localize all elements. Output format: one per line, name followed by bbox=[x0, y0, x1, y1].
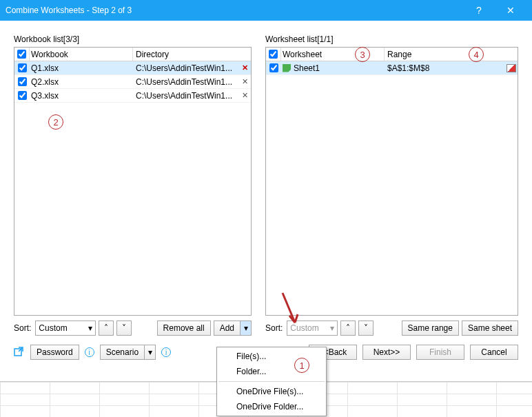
worksheet-move-down-button[interactable]: ˅ bbox=[358, 321, 374, 336]
sort-label: Sort: bbox=[14, 323, 32, 333]
remove-row-icon[interactable]: ✕ bbox=[242, 63, 248, 72]
range-picker-icon[interactable] bbox=[507, 64, 516, 72]
worksheet-row-name: Sheet1 bbox=[294, 63, 320, 73]
window-title: Combine Worksheets - Step 2 of 3 bbox=[6, 6, 463, 15]
menu-item-files[interactable]: File(s)... bbox=[217, 349, 326, 364]
chevron-down-icon: ▾ bbox=[88, 323, 92, 333]
add-button[interactable]: Add bbox=[214, 321, 241, 336]
worksheet-col-range[interactable]: Range bbox=[385, 50, 505, 59]
sort-value: Custom bbox=[290, 323, 318, 333]
password-button[interactable]: Password bbox=[30, 345, 79, 360]
workbook-row-checkbox[interactable] bbox=[18, 77, 27, 86]
workbook-row[interactable]: Q1.xlsx C:\Users\AddinTestWin1... ✕ bbox=[14, 61, 251, 75]
close-button[interactable]: ✕ bbox=[495, 0, 526, 21]
add-dropdown-menu[interactable]: File(s)... Folder... OneDrive File(s)...… bbox=[216, 347, 327, 416]
add-button-dropdown[interactable]: ▾ bbox=[241, 321, 252, 336]
workbook-select-all[interactable] bbox=[17, 50, 26, 59]
workbook-row-dir: C:\Users\AddinTestWin1... bbox=[133, 63, 238, 73]
remove-row-icon[interactable]: ✕ bbox=[242, 77, 248, 86]
workbook-row-checkbox[interactable] bbox=[18, 91, 27, 100]
remove-row-icon[interactable]: ✕ bbox=[242, 91, 248, 100]
workbook-list-label: Workbook list[3/3] bbox=[14, 34, 252, 47]
menu-separator bbox=[218, 381, 325, 382]
same-range-button[interactable]: Same range bbox=[402, 321, 459, 336]
workbook-row-name: Q2.xlsx bbox=[31, 77, 59, 87]
sort-label: Sort: bbox=[265, 323, 284, 333]
worksheet-move-up-button[interactable]: ˄ bbox=[340, 321, 356, 336]
worksheet-grid[interactable]: Worksheet Range Sheet1 $A$1:$M$8 bbox=[265, 47, 518, 316]
worksheet-icon bbox=[283, 64, 291, 72]
workbook-grid[interactable]: Workbook Directory Q1.xlsx C:\Users\Addi… bbox=[14, 47, 252, 316]
workbook-move-up-button[interactable]: ˄ bbox=[99, 321, 114, 336]
worksheet-row-checkbox[interactable] bbox=[269, 63, 278, 72]
workbook-row[interactable]: Q2.xlsx C:\Users\AddinTestWin1... ✕ bbox=[14, 75, 251, 89]
workbook-row-dir: C:\Users\AddinTestWin1... bbox=[133, 91, 238, 101]
same-sheet-button[interactable]: Same sheet bbox=[462, 321, 518, 336]
worksheet-row[interactable]: Sheet1 $A$1:$M$8 bbox=[266, 61, 518, 75]
remove-all-button[interactable]: Remove all bbox=[157, 321, 211, 336]
info-icon[interactable]: i bbox=[85, 347, 94, 357]
cancel-button[interactable]: Cancel bbox=[470, 345, 518, 360]
menu-item-onedrive-folder[interactable]: OneDrive Folder... bbox=[217, 399, 326, 414]
sort-value: Custom bbox=[39, 323, 67, 333]
workbook-row[interactable]: Q3.xlsx C:\Users\AddinTestWin1... ✕ bbox=[14, 89, 251, 103]
finish-button: Finish bbox=[416, 345, 464, 360]
help-button[interactable]: ? bbox=[463, 0, 495, 21]
worksheet-col-name[interactable]: Worksheet bbox=[281, 48, 385, 61]
workbook-col-name[interactable]: Workbook bbox=[30, 48, 133, 61]
worksheet-sort-select: Custom ▾ bbox=[287, 321, 338, 336]
external-link-icon[interactable] bbox=[14, 347, 25, 358]
scenario-button-dropdown[interactable]: ▾ bbox=[145, 345, 156, 360]
menu-item-folder[interactable]: Folder... bbox=[217, 364, 326, 379]
worksheet-select-all[interactable] bbox=[269, 50, 278, 59]
workbook-sort-select[interactable]: Custom ▾ bbox=[35, 321, 96, 336]
workbook-row-dir: C:\Users\AddinTestWin1... bbox=[133, 77, 238, 87]
menu-item-onedrive-files[interactable]: OneDrive File(s)... bbox=[217, 384, 326, 399]
scenario-button[interactable]: Scenario bbox=[100, 345, 145, 360]
workbook-row-name: Q1.xlsx bbox=[31, 63, 59, 73]
workbook-row-name: Q3.xlsx bbox=[31, 91, 59, 101]
worksheet-list-label: Worksheet list[1/1] bbox=[265, 34, 518, 47]
workbook-row-checkbox[interactable] bbox=[18, 63, 27, 72]
workbook-move-down-button[interactable]: ˅ bbox=[116, 321, 132, 336]
workbook-col-dir[interactable]: Directory bbox=[133, 50, 238, 59]
worksheet-row-range: $A$1:$M$8 bbox=[385, 63, 505, 73]
chevron-down-icon: ▾ bbox=[330, 323, 334, 333]
next-button[interactable]: Next>> bbox=[362, 345, 411, 360]
info-icon[interactable]: i bbox=[161, 347, 171, 357]
